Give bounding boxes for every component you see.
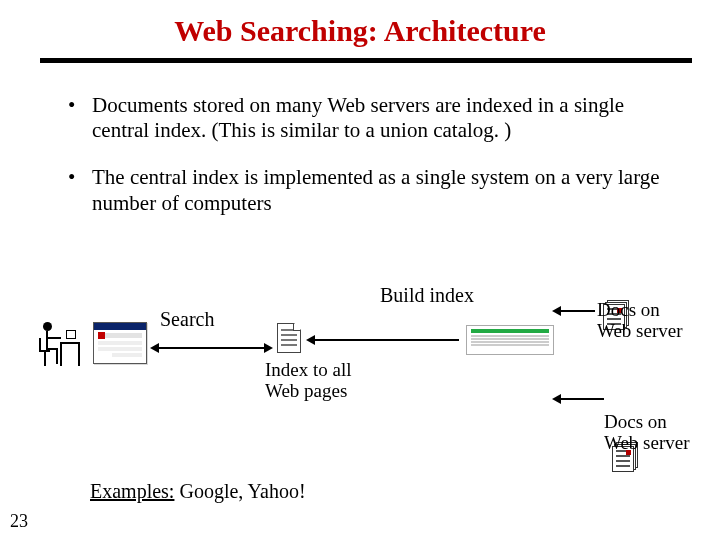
examples-prefix: Examples: [90, 480, 174, 502]
slide-number: 23 [10, 511, 28, 532]
bullet-item: Documents stored on many Web servers are… [64, 93, 670, 143]
bullet-list: Documents stored on many Web servers are… [0, 63, 720, 216]
crawl-arrow-1 [314, 339, 459, 341]
web-page-preview-icon [466, 325, 554, 355]
docs-caption-1: Docs on Web server [597, 300, 697, 342]
architecture-diagram: Build index Search Index to all Web page… [0, 270, 720, 510]
index-page-icon [277, 323, 301, 353]
bullet-item: The central index is implemented as a si… [64, 165, 670, 215]
crawl-arrow-3 [560, 398, 604, 400]
docs-caption-2: Docs on Web server [604, 412, 704, 454]
crawl-arrow-2 [560, 310, 595, 312]
build-index-label: Build index [380, 284, 474, 306]
examples-line: Examples: Google, Yahoo! [90, 480, 306, 503]
slide-title: Web Searching: Architecture [0, 0, 720, 58]
examples-list: Google, Yahoo! [174, 480, 305, 502]
search-arrow [158, 347, 265, 349]
search-label: Search [160, 308, 214, 330]
user-at-computer-icon [40, 320, 82, 374]
search-ui-icon [93, 322, 147, 364]
index-caption: Index to all Web pages [265, 360, 355, 402]
